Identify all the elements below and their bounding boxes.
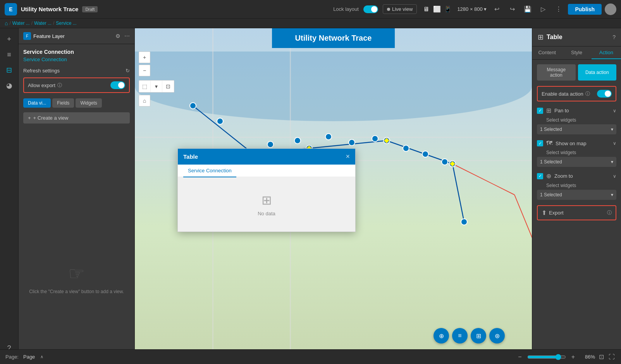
sidebar-layers-icon[interactable]: ≡: [2, 48, 16, 62]
zoom-fullscreen-button[interactable]: ⛶: [608, 353, 616, 361]
breadcrumb-sep-2: /: [31, 21, 33, 26]
zoom-to-chevron-icon[interactable]: ∨: [613, 173, 616, 179]
selection-tools: ⬚ ▾ ⊡: [139, 80, 174, 93]
message-action-button[interactable]: Message action: [537, 64, 576, 81]
table-dialog-close-button[interactable]: ×: [346, 153, 350, 161]
select-box-icon[interactable]: ⊡: [162, 81, 174, 92]
map-list-button[interactable]: ≡: [452, 328, 468, 343]
home-extent-button[interactable]: ⌂: [139, 95, 150, 106]
svg-point-8: [190, 103, 196, 109]
svg-point-16: [372, 136, 378, 142]
tab-data-views[interactable]: Data vi...: [23, 98, 51, 108]
sidebar-palette-icon[interactable]: ◕: [2, 79, 16, 93]
enable-data-action-toggle[interactable]: [597, 90, 612, 98]
zoom-to-action-section: ✓ ⊕ Zoom to ∨ Select widgets 1 Selected …: [537, 172, 616, 200]
map-table-button[interactable]: ⊞: [471, 328, 486, 343]
zoom-out-button[interactable]: −: [139, 65, 150, 76]
desktop-icon[interactable]: 🖥: [421, 5, 431, 14]
bottom-bar: Page: Page ∧ − + 86% ⊡ ⛶: [0, 349, 621, 364]
create-view-button[interactable]: + + Create a view: [23, 112, 130, 124]
pan-to-chevron-icon[interactable]: ∨: [613, 108, 616, 113]
breadcrumb-service[interactable]: Service ...: [56, 21, 76, 26]
pan-to-selected-value: 1 Selected: [540, 127, 562, 132]
zoom-to-checkbox[interactable]: ✓: [537, 173, 543, 179]
refresh-icon[interactable]: ↻: [126, 68, 130, 74]
pan-to-checkbox[interactable]: ✓: [537, 108, 543, 114]
table-dialog-tabs: Service Connection: [178, 165, 355, 177]
tab-widgets[interactable]: Widgets: [76, 98, 101, 108]
zoom-fit-button[interactable]: ⊡: [598, 352, 605, 361]
breadcrumb: ⌂ / Water ... / Water ... / Service ...: [0, 19, 621, 28]
zoom-to-dropdown-icon: ▾: [611, 192, 613, 197]
empty-state: ☞ Click the "Create a view" button to ad…: [19, 199, 134, 359]
tab-content[interactable]: Content: [532, 46, 562, 59]
export-upload-icon: ⬆: [542, 209, 547, 216]
sidebar-data-icon[interactable]: ⊟: [2, 63, 16, 77]
feature-layer-settings-icon[interactable]: ⚙: [115, 33, 120, 39]
select-tool-icon[interactable]: ⬚: [139, 81, 151, 92]
select-chevron-icon[interactable]: ▾: [151, 81, 162, 92]
preview-icon[interactable]: ▷: [537, 3, 549, 15]
page-chevron-icon[interactable]: ∧: [40, 354, 43, 359]
svg-point-15: [349, 139, 355, 146]
left-panel-content: Service Connection Service Connection Re…: [19, 44, 134, 199]
svg-line-5: [452, 164, 464, 222]
resolution-chevron: ▾: [484, 6, 487, 12]
show-on-map-checkbox[interactable]: ✓: [537, 140, 543, 146]
topbar-center-controls: Lock layout Live view 🖥 ⬜ 📱 1280 × 800 ▾: [333, 4, 487, 14]
data-action-button[interactable]: Data action: [578, 64, 617, 81]
pan-to-label: Pan to: [554, 108, 610, 113]
home-icon[interactable]: ⌂: [5, 20, 8, 26]
zoom-slider[interactable]: [527, 354, 566, 360]
right-panel: ⊞ Table ? Content Style Action Message a…: [532, 28, 621, 359]
enable-data-action-label-group: Enable data action ⓘ: [542, 91, 590, 97]
undo-icon[interactable]: ↩: [490, 3, 503, 15]
tab-action[interactable]: Action: [592, 46, 621, 59]
zoom-to-widget-selector[interactable]: 1 Selected ▾: [537, 190, 616, 200]
publish-button[interactable]: Publish: [568, 4, 602, 15]
breadcrumb-water-1[interactable]: Water ...: [12, 21, 30, 26]
allow-export-toggle[interactable]: [110, 81, 125, 89]
table-panel-icon: ⊞: [538, 33, 544, 41]
topbar: E Utility Network Trace Draft Lock layou…: [0, 0, 621, 19]
action-buttons-row: Message action Data action: [537, 64, 616, 81]
live-view-button[interactable]: Live view: [383, 4, 417, 14]
user-avatar[interactable]: [605, 3, 616, 15]
service-connection-title: Service Connection: [23, 49, 130, 55]
enable-data-action-info-icon[interactable]: ⓘ: [585, 91, 590, 97]
save-icon[interactable]: 💾: [521, 3, 534, 15]
page-name[interactable]: Page: [23, 354, 35, 360]
sidebar-add-icon[interactable]: +: [2, 32, 16, 46]
breadcrumb-sep-1: /: [9, 21, 10, 26]
right-panel-help-icon[interactable]: ?: [612, 34, 616, 40]
pan-to-select-label: Select widgets: [546, 117, 616, 123]
lock-layout-toggle[interactable]: [363, 5, 378, 13]
zoom-minus-button[interactable]: −: [516, 353, 524, 361]
pan-to-widget-selector[interactable]: 1 Selected ▾: [537, 124, 616, 134]
zoom-bar: − + 86% ⊡ ⛶: [516, 352, 616, 361]
tablet-icon[interactable]: ⬜: [432, 5, 442, 14]
map-layers-button[interactable]: ⊕: [433, 328, 449, 343]
more-options-icon[interactable]: ⋮: [552, 3, 565, 15]
map-area: Utility Network Trace + − ⬚ ▾ ⊡ ⌂ Table …: [135, 28, 532, 359]
breadcrumb-water-2[interactable]: Water ...: [34, 21, 52, 26]
tab-style[interactable]: Style: [562, 46, 591, 59]
mobile-icon[interactable]: 📱: [443, 5, 452, 14]
service-connection-link[interactable]: Service Connection: [23, 57, 67, 62]
resolution-selector[interactable]: 1280 × 800 ▾: [457, 6, 487, 12]
zoom-to-icon: ⊕: [546, 172, 551, 180]
export-section: ⬆ Export ⓘ: [537, 205, 616, 220]
show-on-map-chevron-icon[interactable]: ∨: [613, 141, 616, 146]
svg-point-12: [294, 137, 301, 144]
feature-layer-more-icon[interactable]: ⋯: [124, 33, 130, 39]
map-share-button[interactable]: ⊛: [489, 328, 505, 343]
zoom-plus-button[interactable]: +: [569, 353, 577, 361]
redo-icon[interactable]: ↪: [506, 3, 518, 15]
zoom-in-button[interactable]: +: [139, 52, 150, 63]
tab-fields[interactable]: Fields: [52, 98, 74, 108]
table-service-connection-tab[interactable]: Service Connection: [183, 165, 236, 177]
allow-export-info-icon[interactable]: ⓘ: [57, 82, 62, 89]
resolution-value: 1280 × 800: [457, 6, 482, 12]
show-on-map-widget-selector[interactable]: 1 Selected ▾: [537, 157, 616, 167]
export-info-icon[interactable]: ⓘ: [607, 209, 612, 216]
